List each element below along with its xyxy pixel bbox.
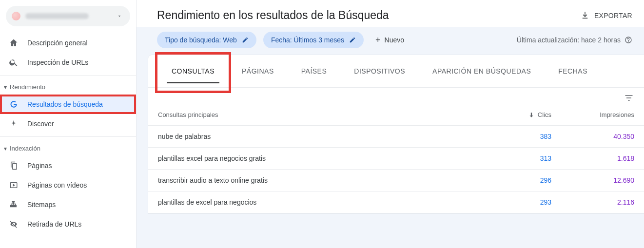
sidebar-item-overview[interactable]: Descripción general [0,33,136,53]
table-row[interactable]: plantillas excel para negocios gratis313… [148,148,644,170]
cell-impressions: 12.690 [551,176,634,184]
table-row[interactable]: transcribir audio a texto online gratis2… [148,170,644,191]
sort-down-icon [528,112,535,118]
help-icon[interactable] [624,36,632,44]
video-icon [9,180,19,190]
sidebar-item-label: Retirada de URLs [27,220,81,228]
property-favicon [12,12,20,20]
cell-clicks: 383 [493,133,551,140]
tab-páginas[interactable]: PÁGINAS [228,55,288,87]
tab-dispositivos[interactable]: DISPOSITIVOS [340,55,419,87]
download-icon [581,11,589,20]
add-filter-button[interactable]: + Nuevo [371,32,409,48]
col-header-query: Consultas principales [158,111,493,118]
sidebar-item-label: Resultados de búsqueda [27,100,103,108]
section-title: Rendimiento [10,83,45,91]
section-title: Indexación [10,145,40,152]
chevron-down-icon [117,13,122,19]
sidebar-item-pages[interactable]: Páginas [0,156,136,175]
table-header: Consultas principales Clics Impresiones [148,104,644,126]
table-filter-button[interactable] [624,93,634,103]
cell-clicks: 296 [493,176,551,184]
property-name-blurred [25,13,89,19]
sidebar-item-search-results[interactable]: Resultados de búsqueda [0,95,136,114]
sidebar-item-label: Inspección de URLs [27,58,88,66]
tab-label: PAÍSES [301,67,327,75]
chip-search-type[interactable]: Tipo de búsqueda: Web [157,32,256,48]
cell-clicks: 293 [493,198,551,206]
sidebar: Descripción general Inspección de URLs ▾… [0,0,137,248]
chip-label: Tipo de búsqueda: Web [165,36,237,44]
sidebar-item-sitemaps[interactable]: Sitemaps [0,195,136,214]
table-body: nube de palabras38340.350plantillas exce… [148,126,644,213]
cell-clicks: 313 [493,154,551,162]
section-header-rendimiento[interactable]: ▾ Rendimiento [0,78,136,95]
tab-label: FECHAS [558,67,587,75]
tab-países[interactable]: PAÍSES [288,55,341,87]
sidebar-item-discover[interactable]: Discover [0,114,136,134]
hide-icon [9,219,19,229]
chevron-down-icon: ▾ [4,84,7,91]
cell-impressions: 40.350 [551,133,634,140]
col-header-clicks[interactable]: Clics [493,111,551,118]
tab-label: CONSULTAS [172,67,215,75]
sidebar-item-removals[interactable]: Retirada de URLs [0,214,136,234]
tab-label: PÁGINAS [242,67,274,75]
search-icon [9,57,19,67]
cell-query: plantillas excel para negocios gratis [158,154,493,162]
col-header-impressions[interactable]: Impresiones [551,111,634,118]
sidebar-item-label: Páginas [27,162,52,170]
tab-consultas[interactable]: CONSULTAS [158,55,228,87]
sidebar-item-url-inspection[interactable]: Inspección de URLs [0,53,136,72]
cell-query: transcribir audio a texto online gratis [158,176,493,184]
add-filter-label: Nuevo [385,36,404,44]
queries-panel: CONSULTASPÁGINASPAÍSESDISPOSITIVOSAPARIC… [148,55,644,213]
chevron-down-icon: ▾ [4,145,7,152]
sidebar-item-label: Páginas con vídeos [27,181,87,189]
asterisk-icon [9,119,19,129]
main-area: Rendimiento en los resultados de la Búsq… [137,0,644,248]
chip-label: Fecha: Últimos 3 meses [271,36,344,44]
table-row[interactable]: plantillas de excel para negocios2932.11… [148,191,644,213]
pencil-icon [242,37,249,43]
sidebar-item-label: Descripción general [27,39,88,47]
tab-aparición-en-búsquedas[interactable]: APARICIÓN EN BÚSQUEDAS [419,55,545,87]
cell-impressions: 1.618 [551,154,634,162]
google-icon [9,99,19,109]
col-header-clicks-label: Clics [538,111,551,118]
sidebar-item-label: Discover [27,120,54,128]
tab-label: DISPOSITIVOS [354,67,405,75]
last-update-text: Última actualización: hace 2 horas [517,36,621,44]
home-icon [9,38,19,48]
pencil-icon [349,37,356,43]
property-selector[interactable] [6,6,130,26]
last-update: Última actualización: hace 2 horas [517,36,632,44]
sitemap-icon [9,200,19,210]
page-title: Rendimiento en los resultados de la Búsq… [157,9,389,22]
plus-icon: + [375,36,381,44]
sidebar-item-pages-video[interactable]: Páginas con vídeos [0,175,136,195]
cell-impressions: 2.116 [551,198,634,206]
tab-fechas[interactable]: FECHAS [545,55,601,87]
table-row[interactable]: nube de palabras38340.350 [148,126,644,148]
sidebar-item-label: Sitemaps [27,201,56,209]
export-button[interactable]: EXPORTAR [581,11,632,20]
chip-date[interactable]: Fecha: Últimos 3 meses [263,32,364,48]
pages-icon [9,161,19,171]
export-label: EXPORTAR [594,12,632,19]
tab-label: APARICIÓN EN BÚSQUEDAS [432,67,531,75]
tabs: CONSULTASPÁGINASPAÍSESDISPOSITIVOSAPARIC… [148,55,644,88]
cell-query: plantillas de excel para negocios [158,198,493,206]
cell-query: nube de palabras [158,133,493,140]
section-header-indexacion[interactable]: ▾ Indexación [0,140,136,156]
